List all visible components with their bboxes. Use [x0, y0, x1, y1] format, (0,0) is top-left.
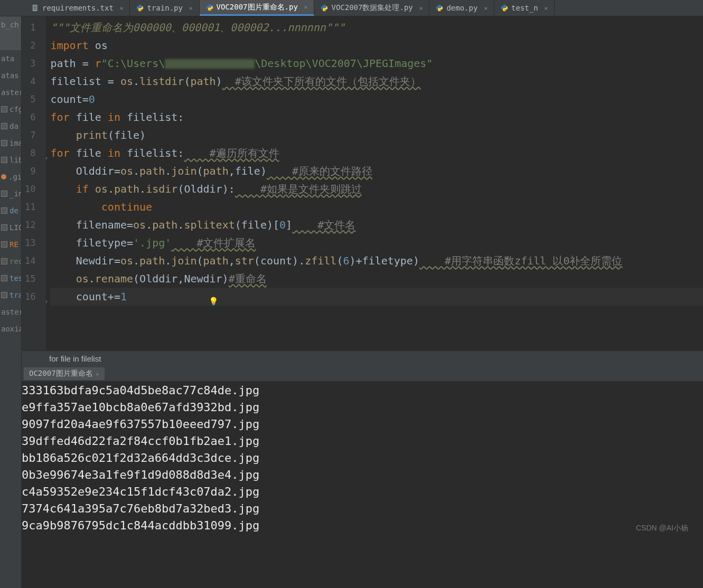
sidebar-item[interactable]: aster: [0, 304, 21, 320]
line-number: 11: [25, 198, 35, 216]
tab-label: requirements.txt: [42, 4, 114, 12]
tab-label: VOC2007数据集处理.py: [331, 3, 413, 13]
line-number: 13: [25, 234, 35, 252]
tab-requirements-txt[interactable]: requirements.txt✕: [25, 0, 130, 16]
sidebar-item[interactable]: aster: [0, 84, 21, 101]
fold-icon[interactable]: [46, 149, 48, 155]
line-number: 16: [25, 288, 35, 306]
line-number: 15: [25, 270, 35, 288]
line-number: 14: [25, 252, 35, 270]
close-icon[interactable]: ✕: [304, 4, 308, 11]
close-icon[interactable]: ✕: [189, 5, 193, 12]
sidebar-item[interactable]: lib: [0, 151, 21, 168]
python-icon: [136, 4, 144, 12]
line-number: 4: [25, 72, 35, 90]
code-line-14[interactable]: Newdir=os.path.join(path,str(count).zfil…: [50, 252, 703, 270]
python-icon: [501, 4, 508, 12]
close-icon[interactable]: ✕: [96, 371, 99, 377]
sidebar-item[interactable]: atas: [0, 67, 21, 84]
code-line-16[interactable]: count+=1💡: [50, 288, 703, 306]
line-gutter: 12345678910111213141516: [22, 16, 46, 350]
run-pane: OC2007图片重命名 ✕ 333163bdfa9c5a04d5be8ac77c…: [22, 366, 703, 588]
sidebar-item[interactable]: LIC: [0, 219, 21, 236]
code-line-1[interactable]: """文件重命名为000000、000001、000002...nnnnnn""…: [50, 18, 703, 36]
console-line: e9ffa357ae10bcb8a0e67afd3932bd.jpg: [22, 399, 703, 416]
sidebar-item[interactable]: _in: [0, 185, 21, 202]
console-line: 9ca9b9876795dc1c844acddbb31099.jpg: [22, 517, 703, 534]
watermark: CSDN @AI小杨: [636, 524, 688, 533]
tab-label: train.py: [147, 4, 182, 12]
sidebar-item[interactable]: .gi: [0, 168, 21, 185]
code-line-5[interactable]: count=0: [50, 90, 703, 108]
tab-label: test_n: [511, 4, 538, 12]
breadcrumb[interactable]: for file in filelist: [22, 350, 703, 366]
tab-label: VOC2007图片重命名.py: [217, 3, 298, 12]
code-editor[interactable]: 12345678910111213141516 """文件重命名为000000、…: [22, 16, 703, 350]
tab-VOC2007-py[interactable]: VOC2007数据集处理.py✕: [314, 0, 429, 16]
sidebar-item[interactable]: b_ch: [0, 16, 21, 33]
tab-demo-py[interactable]: demo.py✕: [429, 0, 494, 16]
sidebar-item[interactable]: [0, 33, 21, 50]
console-line: bb186a526c021f2d32a664dd3c3dce.jpg: [22, 450, 703, 467]
line-number: 8: [25, 144, 35, 162]
sidebar-item[interactable]: tra: [0, 287, 21, 304]
close-icon[interactable]: ✕: [545, 5, 548, 12]
svg-rect-3: [34, 9, 36, 10]
python-icon: [206, 4, 213, 11]
line-number: 3: [25, 54, 35, 72]
line-number: 2: [25, 36, 35, 54]
code-line-4[interactable]: filelist = os.listdir(path) #该文件夹下所有的文件（…: [50, 72, 703, 90]
intention-bulb-icon[interactable]: 💡: [209, 292, 219, 310]
sidebar-item[interactable]: ima: [0, 135, 21, 151]
code-line-7[interactable]: print(file): [50, 126, 703, 144]
sidebar-item[interactable]: da: [0, 118, 21, 135]
tab-test_n[interactable]: test_n✕: [494, 0, 555, 16]
code-line-6[interactable]: for file in filelist:: [50, 108, 703, 126]
line-number: 6: [25, 108, 35, 126]
breadcrumb-text: for file in filelist: [49, 354, 101, 363]
code-line-11[interactable]: continue: [50, 198, 703, 216]
code-line-10[interactable]: if os.path.isdir(Olddir): #如果是文件夹则跳过: [50, 180, 703, 198]
sidebar-item[interactable]: aoxia: [0, 320, 21, 337]
svg-rect-2: [34, 7, 36, 8]
code-line-8[interactable]: for file in filelist: #遍历所有文件: [50, 144, 703, 162]
line-number: 10: [25, 180, 35, 198]
code-line-2[interactable]: import os: [50, 36, 703, 54]
sidebar-item[interactable]: de: [0, 202, 21, 219]
close-icon[interactable]: ✕: [484, 5, 488, 12]
run-tab[interactable]: OC2007图片重命名 ✕: [24, 367, 105, 380]
code-line-3[interactable]: path = r"C:\Users\\Desktop\VOC2007\JPEGI…: [50, 54, 703, 72]
line-number: 12: [25, 216, 35, 234]
close-icon[interactable]: ✕: [120, 5, 124, 12]
tab-VOC2007-py[interactable]: VOC2007图片重命名.py✕: [200, 0, 315, 16]
console-output[interactable]: 333163bdfa9c5a04d5be8ac77c84de.jpge9ffa3…: [22, 381, 703, 588]
line-number: 9: [25, 162, 35, 180]
main-split: b_chataatasastercfgdaimalib.gi_indeLICRE…: [0, 16, 703, 588]
tab-train-py[interactable]: train.py✕: [130, 0, 199, 16]
code-line-13[interactable]: filetype='.jpg' #文件扩展名: [50, 234, 703, 252]
project-sidebar[interactable]: b_chataatasastercfgdaimalib.gi_indeLICRE…: [0, 16, 22, 588]
sidebar-item[interactable]: ata: [0, 50, 21, 67]
console-line: 333163bdfa9c5a04d5be8ac77c84de.jpg: [22, 382, 703, 399]
file-icon: [32, 4, 39, 12]
python-icon: [321, 4, 328, 12]
console-line: c4a59352e9e234c15f1dcf43c07da2.jpg: [22, 483, 703, 500]
code-line-9[interactable]: Olddir=os.path.join(path,file) #原来的文件路径: [50, 162, 703, 180]
line-number: 1: [25, 18, 35, 36]
tab-bar: requirements.txt✕train.py✕VOC2007图片重命名.p…: [0, 0, 703, 16]
code-line-15[interactable]: os.rename(Olddir,Newdir)#重命名: [50, 270, 703, 288]
console-line: 9097fd20a4ae9f637557b10eeed797.jpg: [22, 416, 703, 433]
run-tabs-bar: OC2007图片重命名 ✕: [22, 366, 703, 381]
sidebar-item[interactable]: rec: [0, 253, 21, 270]
sidebar-item[interactable]: tes: [0, 270, 21, 287]
run-tab-label: OC2007图片重命名: [29, 369, 93, 378]
tab-label: demo.py: [446, 4, 477, 12]
code-area[interactable]: """文件重命名为000000、000001、000002...nnnnnn""…: [46, 16, 703, 350]
line-number: 5: [25, 90, 35, 108]
sidebar-item[interactable]: cfg: [0, 101, 21, 118]
sidebar-item[interactable]: RE: [0, 236, 21, 253]
code-line-12[interactable]: filename=os.path.splitext(file)[0] #文件名: [50, 216, 703, 234]
close-icon[interactable]: ✕: [419, 5, 423, 12]
svg-rect-1: [34, 6, 36, 7]
fold-icon[interactable]: [46, 293, 48, 298]
